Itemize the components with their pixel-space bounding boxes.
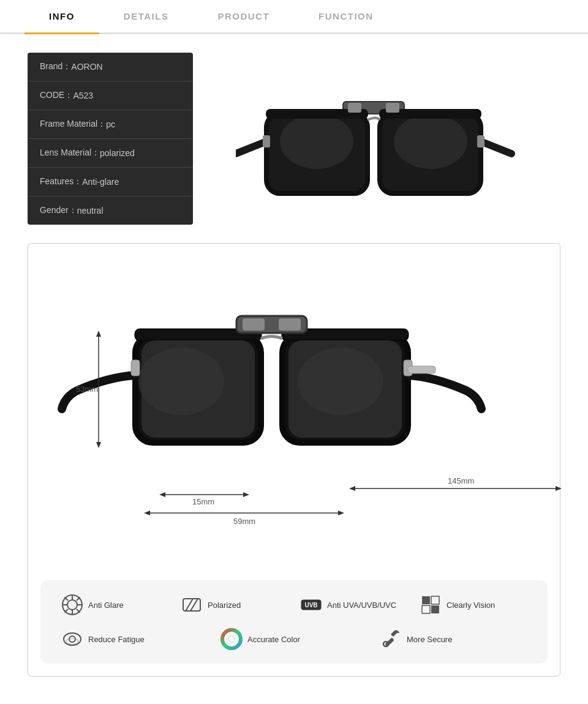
- svg-text:15mm: 15mm: [192, 497, 214, 506]
- features-row-1: Anti Glare Polarized: [55, 590, 533, 620]
- accurate-color-icon: [221, 628, 243, 650]
- sunglasses-top-image: [236, 68, 536, 209]
- svg-point-5: [280, 114, 353, 169]
- main-content: Brand：AORONCODE：A523Frame Material：pcLen…: [0, 34, 588, 695]
- nav-tab-details[interactable]: DETAILS: [99, 0, 194, 32]
- spec-value: AORON: [71, 62, 102, 72]
- more-secure-icon: [380, 628, 402, 650]
- svg-rect-24: [131, 360, 140, 376]
- spec-row: Frame Material：pc: [28, 110, 193, 139]
- spec-label: Brand：: [40, 61, 71, 72]
- features-row-2: Reduce Fatigue: [55, 624, 533, 654]
- feature-polarized: Polarized: [175, 590, 294, 620]
- spec-row: Brand：AORON: [28, 53, 193, 81]
- svg-rect-58: [422, 596, 430, 604]
- spec-row: Features：Anti-glare: [28, 168, 193, 197]
- nav-tab-info[interactable]: INFO: [24, 0, 99, 32]
- svg-text:145mm: 145mm: [448, 476, 474, 485]
- svg-marker-34: [144, 511, 150, 515]
- svg-point-66: [228, 636, 235, 642]
- info-section: Brand：AORONCODE：A523Frame Material：pcLen…: [28, 53, 560, 225]
- svg-point-23: [298, 348, 383, 415]
- svg-line-3: [236, 141, 266, 154]
- dimension-diagram: 53mm 15mm 59mm 145mm: [40, 256, 548, 574]
- spec-row: CODE：A523: [28, 81, 193, 110]
- spec-label: Gender：: [40, 205, 77, 216]
- svg-point-6: [394, 114, 467, 169]
- spec-value: neutral: [77, 206, 104, 215]
- svg-point-22: [138, 348, 224, 415]
- anti-glare-icon: [61, 594, 83, 616]
- spec-value: A523: [73, 91, 93, 100]
- svg-marker-29: [96, 442, 101, 448]
- svg-rect-9: [348, 103, 361, 113]
- svg-text:53mm: 53mm: [76, 384, 98, 394]
- svg-point-44: [67, 600, 77, 610]
- nav-tab-product[interactable]: PRODUCT: [193, 0, 294, 32]
- svg-marker-28: [96, 331, 101, 337]
- dimensions-box: 53mm 15mm 59mm 145mm: [28, 243, 560, 676]
- spec-value: polarized: [100, 148, 135, 158]
- svg-marker-31: [159, 492, 165, 497]
- spec-label: Lens Material：: [40, 148, 100, 159]
- polarized-icon: [181, 594, 203, 616]
- svg-marker-38: [556, 486, 562, 491]
- svg-line-4: [481, 141, 511, 154]
- nav-tabs: INFODETAILSPRODUCTFUNCTION: [0, 0, 588, 34]
- svg-rect-26: [408, 366, 435, 373]
- spec-label: CODE：: [40, 90, 73, 101]
- svg-marker-35: [338, 511, 344, 515]
- anti-glare-label: Anti Glare: [88, 601, 124, 610]
- uvb-icon: UVB: [300, 594, 322, 616]
- feature-clearly-vision: Clearly Vision: [413, 590, 533, 620]
- svg-marker-32: [243, 492, 249, 497]
- polarized-label: Polarized: [208, 601, 241, 610]
- feature-accurate-color: Accurate Color: [214, 624, 374, 654]
- svg-rect-18: [243, 318, 265, 331]
- clearly-vision-label: Clearly Vision: [447, 601, 495, 610]
- spec-row: Gender：neutral: [28, 197, 193, 225]
- spec-label: Frame Material：: [40, 119, 106, 130]
- svg-rect-60: [422, 605, 430, 613]
- feature-more-secure: More Secure: [374, 624, 533, 654]
- svg-rect-59: [431, 596, 439, 604]
- svg-marker-37: [349, 486, 355, 491]
- spec-row: Lens Material：polarized: [28, 139, 193, 168]
- spec-value: pc: [106, 119, 115, 129]
- feature-uvb: UVB Anti UVA/UVB/UVC: [294, 590, 413, 620]
- svg-rect-61: [431, 605, 439, 613]
- feature-reduce-fatigue: Reduce Fatigue: [55, 624, 214, 654]
- svg-rect-10: [386, 103, 399, 113]
- clearly-vision-icon: [420, 594, 442, 616]
- spec-label: Features：: [40, 176, 82, 187]
- svg-point-62: [64, 633, 81, 645]
- features-strip: Anti Glare Polarized: [40, 580, 548, 664]
- uvb-label: Anti UVA/UVB/UVC: [327, 601, 396, 610]
- svg-rect-19: [279, 318, 301, 331]
- svg-rect-11: [263, 135, 270, 148]
- svg-text:59mm: 59mm: [233, 517, 255, 526]
- svg-rect-12: [477, 135, 484, 148]
- sunglasses-dimensions-image: 53mm 15mm 59mm 145mm: [40, 262, 573, 544]
- nav-tab-function[interactable]: FUNCTION: [294, 0, 398, 32]
- product-image-top: [211, 53, 560, 224]
- accurate-color-label: Accurate Color: [247, 635, 300, 644]
- feature-anti-glare: Anti Glare: [55, 590, 175, 620]
- spec-value: Anti-glare: [82, 177, 119, 187]
- svg-text:UVB: UVB: [304, 602, 317, 609]
- reduce-fatigue-label: Reduce Fatigue: [88, 635, 145, 644]
- reduce-fatigue-icon: [61, 628, 83, 650]
- more-secure-label: More Secure: [407, 635, 452, 644]
- specs-table: Brand：AORONCODE：A523Frame Material：pcLen…: [28, 53, 193, 225]
